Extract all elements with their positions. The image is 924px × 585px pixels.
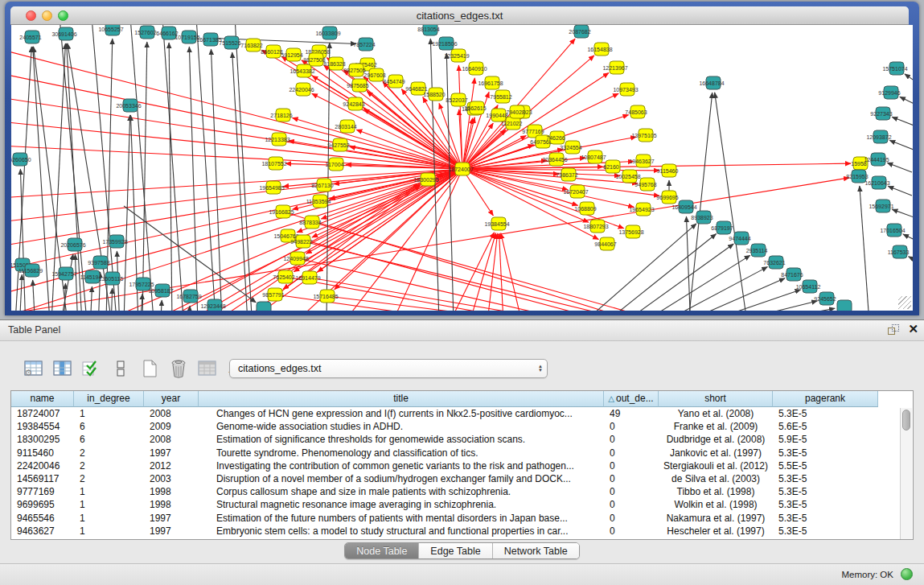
graph-edge[interactable] xyxy=(681,290,801,311)
delete-column-icon[interactable] xyxy=(167,358,189,380)
graph-edge[interactable] xyxy=(90,286,92,311)
graph-edge[interactable] xyxy=(909,257,913,265)
graph-edge[interactable] xyxy=(900,97,913,105)
graph-edge[interactable] xyxy=(310,278,711,311)
graph-edge[interactable] xyxy=(888,186,912,196)
table-cell: 1997 xyxy=(144,512,199,525)
table-row[interactable]: 1938455462009Genome-wide association stu… xyxy=(11,420,913,433)
table-row[interactable]: 946554611997Estimation of the future num… xyxy=(11,512,913,525)
table-row[interactable]: 977716911998Corpus callosum shape and si… xyxy=(11,485,913,498)
graph-edge[interactable] xyxy=(19,274,22,311)
vertical-scrollbar[interactable] xyxy=(900,408,912,540)
graph-edge[interactable] xyxy=(716,308,835,311)
graph-edge[interactable] xyxy=(462,169,634,207)
memory-status-indicator-icon[interactable] xyxy=(901,568,913,580)
graph-edge[interactable] xyxy=(501,233,522,311)
graph-node-label: 2405571 xyxy=(19,35,41,40)
network-graph-canvas[interactable]: 1872400718300295193845541862813199044867… xyxy=(11,25,913,311)
graph-edge[interactable] xyxy=(169,43,172,311)
graph-edge[interactable] xyxy=(462,169,598,239)
graph-node-label: 2967608 xyxy=(363,72,385,78)
create-table-icon[interactable] xyxy=(138,358,160,380)
table-row[interactable]: 1456911722003Disruption of a novel membe… xyxy=(11,472,913,485)
graph-edge[interactable] xyxy=(11,169,462,270)
graph-edge[interactable] xyxy=(235,25,253,311)
graph-edge[interactable] xyxy=(903,234,913,242)
graph-node-label: 2935114 xyxy=(746,248,768,253)
graph-edge[interactable] xyxy=(189,47,198,311)
graph-edge[interactable] xyxy=(106,39,113,311)
graph-edge[interactable] xyxy=(905,74,913,83)
select-all-columns-icon[interactable] xyxy=(80,358,102,380)
graph-edge[interactable] xyxy=(423,97,462,169)
graph-edge[interactable] xyxy=(647,267,767,311)
graph-edge[interactable] xyxy=(892,209,913,218)
graph-node-label: 13505115 xyxy=(99,276,124,282)
graph-edge[interactable] xyxy=(196,25,216,311)
graph-edge[interactable] xyxy=(665,278,785,311)
graph-edge[interactable] xyxy=(470,233,496,311)
graph-edge[interactable] xyxy=(60,254,73,311)
toggle-column-icon[interactable] xyxy=(51,358,73,380)
table-row[interactable]: 2242004622012Investigating the contribut… xyxy=(11,459,913,472)
graph-edge[interactable] xyxy=(892,117,913,126)
graph-node-label: 20053346 xyxy=(116,103,141,109)
graph-edge[interactable] xyxy=(232,52,248,311)
row-height-icon[interactable] xyxy=(109,358,131,380)
table-cell: 22420046 xyxy=(11,459,74,472)
graph-edge[interactable] xyxy=(326,43,330,311)
column-header-year[interactable]: year xyxy=(144,391,199,407)
graph-edge[interactable] xyxy=(130,25,154,311)
graph-edge[interactable] xyxy=(303,241,739,311)
graph-edge[interactable] xyxy=(312,222,751,311)
graph-edge[interactable] xyxy=(11,49,462,169)
graph-edge[interactable] xyxy=(887,163,912,172)
column-header-in-degree[interactable]: in_degree xyxy=(74,391,144,407)
column-header-name[interactable]: name xyxy=(11,391,74,407)
tab-edge-table[interactable]: Edge Table xyxy=(419,543,492,558)
close-panel-icon[interactable]: ✕ xyxy=(908,322,918,336)
tab-network-table[interactable]: Network Table xyxy=(493,543,579,558)
graph-node-label: 15692971 xyxy=(869,204,893,209)
graph-edge[interactable] xyxy=(11,146,462,169)
graph-edge[interactable] xyxy=(715,93,747,311)
window-resize-grip[interactable] xyxy=(898,296,911,309)
graph-edge[interactable] xyxy=(111,288,113,311)
graph-edge[interactable] xyxy=(450,233,495,311)
column-header-out-de-[interactable]: △out_de... xyxy=(604,391,659,407)
table-row[interactable]: 946362711997Embryonic stem cells: a mode… xyxy=(11,525,913,538)
window-titlebar[interactable]: citations_edges.txt xyxy=(10,6,909,25)
graph-edge[interactable] xyxy=(142,42,147,311)
graph-edge[interactable] xyxy=(499,233,503,311)
table-row[interactable]: 1830029562008Estimation of significance … xyxy=(11,433,913,446)
graph-edge[interactable] xyxy=(889,140,913,150)
network-file-dropdown[interactable]: citations_edges.txt ▲▼ xyxy=(229,359,548,378)
tab-node-table[interactable]: Node Table xyxy=(345,543,419,558)
table-row[interactable]: 969969511998Structural magnetic resonanc… xyxy=(11,498,913,511)
graph-edge[interactable] xyxy=(140,294,142,311)
graph-node-label: 20364456 xyxy=(542,157,567,163)
graph-node-label: 7857224 xyxy=(353,42,375,47)
column-header-pagerank[interactable]: pagerank xyxy=(773,391,878,407)
graph-edge[interactable] xyxy=(698,301,817,311)
graph-edge[interactable] xyxy=(162,25,184,311)
graph-node[interactable] xyxy=(257,302,271,311)
table-toolbar: ⚙ f(x) xyxy=(23,356,247,381)
table-cell: 5.3E-5 xyxy=(773,485,878,498)
graph-node-label: 17359928 xyxy=(102,239,127,245)
table-cell: 1 xyxy=(74,512,144,525)
table-settings-icon[interactable]: ⚙ xyxy=(23,358,44,380)
table-row[interactable]: 911546021997Tourette syndrome. Phenomeno… xyxy=(11,447,913,459)
float-panel-icon[interactable] xyxy=(888,324,900,336)
network-graph[interactable]: 1872400718300295193845541862813199044867… xyxy=(11,25,913,311)
column-header-title[interactable]: title xyxy=(199,391,604,407)
scrollbar-thumb[interactable] xyxy=(902,410,910,431)
import-table-icon[interactable] xyxy=(196,358,218,380)
table-row[interactable]: 1872400712008Changes of HCN gene express… xyxy=(11,407,913,420)
graph-node-label: 11353594 xyxy=(306,199,331,204)
graph-edge[interactable] xyxy=(188,306,190,311)
graph-node[interactable] xyxy=(837,300,852,311)
column-header-short[interactable]: short xyxy=(659,391,773,407)
graph-edge[interactable] xyxy=(860,186,869,311)
graph-edge[interactable] xyxy=(160,300,162,311)
